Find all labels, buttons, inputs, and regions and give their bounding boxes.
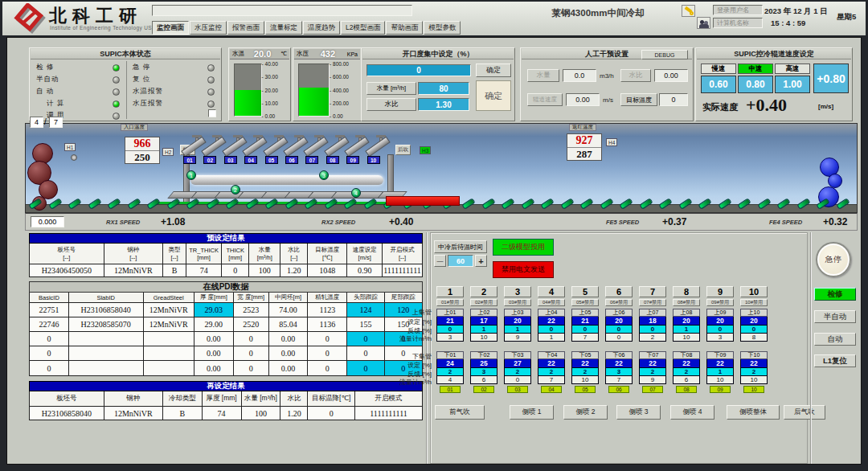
- upper-set-value[interactable]: 20: [706, 317, 734, 326]
- lower-set-value[interactable]: 22: [706, 359, 734, 368]
- blow-button-2[interactable]: 侧喷 1: [510, 405, 554, 420]
- upper-set-value[interactable]: 17: [470, 317, 497, 326]
- nozzle-disable-button[interactable]: 09#禁用: [706, 299, 734, 306]
- medium-speed-tab[interactable]: 中速: [738, 63, 773, 74]
- nozzle-disable-button[interactable]: 03#禁用: [504, 299, 531, 306]
- nozzle-column-header[interactable]: 2: [470, 286, 497, 297]
- login-username-field[interactable]: 登录用户名: [713, 5, 763, 15]
- manual-ratio-field[interactable]: 0.00: [654, 69, 688, 82]
- target-temp-field[interactable]: 0: [659, 93, 688, 106]
- tab-1[interactable]: 监控画面: [152, 21, 189, 35]
- header-name: 类型: [169, 246, 181, 254]
- l1-reset-button[interactable]: L1复位: [814, 354, 856, 367]
- lower-set-value[interactable]: 22: [673, 359, 700, 368]
- upper-set-value[interactable]: 20: [673, 317, 700, 326]
- nozzle-disable-button[interactable]: 10#禁用: [740, 299, 768, 306]
- key-icon[interactable]: [682, 5, 695, 17]
- computer-name-field[interactable]: 计算机名称: [713, 18, 763, 28]
- nozzle-disable-button[interactable]: 02#禁用: [470, 299, 497, 306]
- model-enable-button[interactable]: 二级模型投用: [493, 239, 554, 256]
- header-cell: 板坯号[--]: [30, 244, 104, 264]
- tab-8[interactable]: 模型参数: [424, 21, 461, 35]
- nozzle-column-header[interactable]: 7: [639, 286, 666, 297]
- high-speed-tab[interactable]: 高速: [775, 63, 810, 74]
- semi-auto-mode-button[interactable]: 半自动: [814, 310, 856, 323]
- header-cell: 水量 [m³/h]: [242, 391, 281, 406]
- high-speed-value[interactable]: 1.00: [775, 76, 810, 93]
- wait-time-value[interactable]: 60: [448, 255, 473, 267]
- back-blow-button[interactable]: 后吹: [395, 145, 411, 155]
- lower-set-value[interactable]: 22: [740, 359, 768, 368]
- upper-set-value[interactable]: 20: [504, 317, 531, 326]
- lower-set-value[interactable]: 25: [470, 359, 497, 368]
- nozzle-disable-button[interactable]: 04#禁用: [538, 299, 565, 306]
- water-ratio-field[interactable]: 1.30: [418, 98, 469, 111]
- data-cell: 0.90: [347, 264, 383, 276]
- blow-button-3[interactable]: 侧喷 2: [563, 405, 608, 420]
- lower-set-value[interactable]: 22: [571, 359, 599, 368]
- nozzle-disable-button[interactable]: 05#禁用: [571, 299, 599, 306]
- opening-confirm-button[interactable]: 确定: [476, 63, 511, 77]
- wait-time-plus-button[interactable]: +: [475, 255, 487, 267]
- nozzle-column-header[interactable]: 4: [538, 286, 565, 297]
- nozzle-column-9: 909#禁用上092003下092211009: [706, 286, 734, 393]
- confirm-large-button[interactable]: 确定: [476, 80, 511, 111]
- blow-button-6[interactable]: 侧喷整体: [727, 405, 780, 420]
- tab-3[interactable]: 报警画面: [227, 21, 264, 35]
- nozzle-column-header[interactable]: 5: [571, 286, 599, 297]
- nozzle-column-header[interactable]: 8: [673, 286, 700, 297]
- header-name: THICK: [226, 247, 244, 254]
- slow-speed-value[interactable]: 0.60: [701, 76, 736, 93]
- tab-2[interactable]: 水压监控: [190, 21, 227, 35]
- blow-button-4[interactable]: 侧喷 3: [616, 405, 661, 420]
- upper-set-value[interactable]: 21: [436, 317, 464, 326]
- lower-set-value[interactable]: 22: [605, 359, 633, 368]
- upper-set-value[interactable]: 18: [639, 317, 666, 326]
- lower-set-value[interactable]: 22: [639, 359, 666, 368]
- nozzle-disable-button[interactable]: 01#禁用: [436, 299, 464, 306]
- status-label: 计 算: [47, 99, 113, 109]
- page-current-box[interactable]: 4: [30, 117, 43, 128]
- roller-speed-field[interactable]: 0.00: [566, 93, 600, 106]
- address-bar[interactable]: [152, 5, 412, 16]
- lower-feedback-value: 2: [538, 368, 565, 376]
- users-icon[interactable]: [697, 17, 710, 29]
- slow-speed-tab[interactable]: 慢速: [701, 63, 736, 74]
- medium-speed-value[interactable]: 0.80: [738, 76, 773, 93]
- blow-button-5[interactable]: 侧喷 4: [670, 405, 714, 420]
- lower-set-value[interactable]: 24: [436, 359, 464, 368]
- blow-button-7[interactable]: 后气吹: [784, 405, 825, 420]
- nozzle-disable-button[interactable]: 08#禁用: [673, 299, 700, 306]
- upper-set-value[interactable]: 20: [740, 317, 768, 326]
- tab-6[interactable]: L2模型画面: [341, 21, 385, 35]
- tab-5[interactable]: 温度趋势: [303, 21, 340, 35]
- debug-button[interactable]: DEBUG: [641, 50, 688, 59]
- nozzle-column-header[interactable]: 10: [740, 286, 768, 297]
- upper-set-value[interactable]: 22: [538, 317, 565, 326]
- wait-time-minus-button[interactable]: —: [434, 255, 446, 267]
- nozzle-disable-button[interactable]: 07#禁用: [639, 299, 666, 306]
- maintenance-mode-button[interactable]: 检修: [814, 288, 856, 301]
- page-total-box[interactable]: 7: [49, 117, 63, 128]
- status-led-off: [113, 113, 120, 120]
- telegram-disable-button[interactable]: 禁用电文发送: [493, 261, 554, 278]
- supic-checkbox[interactable]: [208, 109, 216, 117]
- upper-header-name: 上09: [706, 309, 734, 317]
- nozzle-column-header[interactable]: 3: [504, 286, 531, 297]
- water-flow-field[interactable]: 80: [418, 82, 469, 95]
- nozzle-column-header[interactable]: 9: [706, 286, 734, 297]
- nozzle-disable-button[interactable]: 06#禁用: [605, 299, 633, 306]
- lower-set-value[interactable]: 27: [504, 359, 531, 368]
- auto-mode-button[interactable]: 自动: [814, 333, 856, 346]
- emergency-stop-button[interactable]: 急停: [816, 242, 851, 277]
- lower-set-value[interactable]: 22: [538, 359, 565, 368]
- upper-set-value[interactable]: 21: [571, 317, 599, 326]
- upper-set-value[interactable]: 20: [605, 317, 633, 326]
- nozzle-column-header[interactable]: 1: [436, 286, 464, 297]
- tab-4[interactable]: 流量标定: [265, 21, 302, 35]
- opening-value-field[interactable]: 0: [366, 64, 471, 76]
- manual-water-field[interactable]: 0.0: [563, 69, 596, 82]
- nozzle-column-header[interactable]: 6: [605, 286, 633, 297]
- blow-button-1[interactable]: 前气吹: [435, 405, 485, 420]
- tab-7[interactable]: 帮助画面: [386, 21, 423, 35]
